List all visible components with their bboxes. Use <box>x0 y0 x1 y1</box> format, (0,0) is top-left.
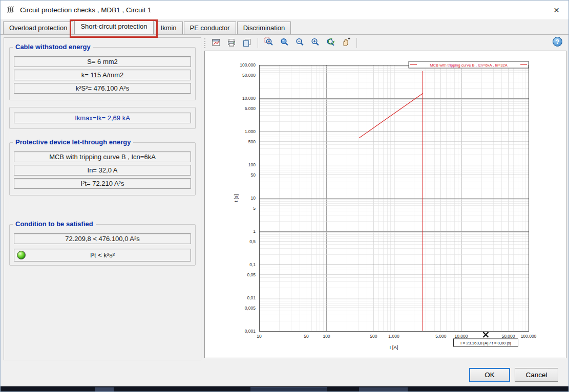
help-button[interactable]: ? <box>553 37 562 47</box>
svg-text:1.000: 1.000 <box>388 334 399 339</box>
tab-ikmin[interactable]: Ikmin <box>155 21 183 34</box>
tab-bar: Overload protection Short-circuit protec… <box>1 20 568 35</box>
svg-text:5.000: 5.000 <box>435 334 447 339</box>
cable-k2s2-field: k²S²= 476.100 A²s <box>14 83 191 94</box>
svg-text:100.000: 100.000 <box>521 334 537 339</box>
window-title: Circuit protection checks , MDB1 , Circu… <box>20 6 152 14</box>
device-in-field: In= 32,0 A <box>14 165 191 176</box>
ok-button[interactable]: OK <box>469 368 510 382</box>
condition-formula-field: I²t < k²s² <box>14 249 191 262</box>
zoom-reset-button[interactable] <box>324 37 336 49</box>
svg-text:I = 23.163,8 [A] / t = 0,00 [s: I = 23.163,8 [A] / t = 0,00 [s] <box>460 341 511 345</box>
status-led-green <box>17 251 26 259</box>
copy-chart-button[interactable] <box>210 37 222 49</box>
svg-text:0,01: 0,01 <box>247 295 256 300</box>
svg-text:0,1: 0,1 <box>249 262 256 267</box>
title-bar: Circuit protection checks , MDB1 , Circu… <box>1 1 568 20</box>
svg-text:0,005: 0,005 <box>245 306 256 311</box>
pan-icon <box>341 37 351 49</box>
results-panel: Cable withstood energy S= 6 mm2 k= 115 A… <box>4 37 201 360</box>
svg-text:10.000: 10.000 <box>242 96 256 101</box>
device-group-title: Protective device let-through energy <box>13 138 133 146</box>
chart-area[interactable]: 10501005001.0005.00010.00050.000100.0001… <box>204 51 566 358</box>
svg-text:50.000: 50.000 <box>501 334 515 339</box>
zoom-in-icon <box>310 37 320 49</box>
print-icon <box>227 38 236 49</box>
svg-text:50: 50 <box>304 334 309 339</box>
cable-group-title: Cable withstood energy <box>13 43 93 51</box>
tab-pe-conductor[interactable]: PE conductor <box>184 21 236 34</box>
toolbar-separator <box>258 38 258 48</box>
svg-text:5.000: 5.000 <box>245 106 256 111</box>
zoom-in-button[interactable] <box>309 37 321 49</box>
layers-button[interactable] <box>241 37 253 49</box>
zoom-button[interactable] <box>278 37 290 49</box>
device-i2t-field: I²t= 72.210 A²s <box>14 178 191 189</box>
pan-button[interactable] <box>340 37 352 49</box>
tab-discrimination[interactable]: Discrimination <box>237 21 291 34</box>
zoom-window-icon <box>264 37 274 49</box>
ikmax-field: Ikmax=Ik= 2,69 kA <box>14 113 191 123</box>
zoom-icon <box>280 37 289 49</box>
svg-text:100.000: 100.000 <box>240 62 256 68</box>
svg-text:10.000: 10.000 <box>455 334 468 339</box>
chart-toolbar <box>204 36 359 50</box>
svg-text:I [A]: I [A] <box>390 344 398 350</box>
layers-icon <box>242 38 251 49</box>
svg-text:0,5: 0,5 <box>249 239 256 244</box>
toolbar-grip <box>204 38 206 48</box>
zoom-reset-icon <box>326 37 335 49</box>
svg-text:5: 5 <box>253 206 256 211</box>
copy-chart-icon <box>212 38 221 49</box>
tab-overload-protection[interactable]: Overload protection <box>3 21 73 34</box>
svg-text:500: 500 <box>370 334 377 339</box>
help-icon: ? <box>556 38 560 46</box>
condition-group-title: Condition to be satisfied <box>13 220 96 228</box>
print-button[interactable] <box>225 37 238 49</box>
svg-text:500: 500 <box>248 139 256 144</box>
close-button[interactable]: × <box>550 4 563 16</box>
zoom-out-button[interactable] <box>293 37 306 49</box>
svg-text:0,001: 0,001 <box>245 329 256 334</box>
svg-text:100: 100 <box>323 334 330 339</box>
svg-text:10: 10 <box>251 195 256 201</box>
svg-text:100: 100 <box>248 162 256 167</box>
svg-text:10: 10 <box>257 334 262 339</box>
tab-short-circuit-protection[interactable]: Short-circuit protection <box>74 20 153 34</box>
condition-comparison-field: 72.209,8 < 476.100,0 A²s <box>14 233 191 244</box>
zoom-out-icon <box>295 37 305 49</box>
device-type-field: MCB with tripping curve B , Icn=6kA <box>14 151 191 162</box>
toolbar-separator <box>356 38 357 48</box>
svg-text:50.000: 50.000 <box>242 73 256 78</box>
svg-text:1.000: 1.000 <box>245 129 256 134</box>
condition-group: Condition to be satisfied 72.209,8 < 476… <box>9 224 196 266</box>
svg-text:1: 1 <box>253 229 256 234</box>
taskbar-sliver <box>1 386 568 392</box>
condition-result-row: I²t < k²s² <box>13 249 192 262</box>
app-icon <box>6 5 15 16</box>
svg-text:t [s]: t [s] <box>233 194 239 202</box>
cable-section-field: S= 6 mm2 <box>14 56 191 67</box>
svg-text:0,05: 0,05 <box>247 272 256 277</box>
cable-k-field: k= 115 A/mm2 <box>14 70 191 80</box>
zoom-window-button[interactable] <box>263 37 275 49</box>
device-let-through-group: Protective device let-through energy MCB… <box>9 142 196 195</box>
cable-withstood-energy-group: Cable withstood energy S= 6 mm2 k= 115 A… <box>9 47 196 100</box>
energy-curves-chart[interactable]: 10501005001.0005.00010.00050.000100.0001… <box>205 51 566 358</box>
ikmax-group: Ikmax=Ik= 2,69 kA <box>9 107 196 129</box>
svg-text:MCB with tripping curve B , Ic: MCB with tripping curve B , Icn=6kA , In… <box>430 63 508 68</box>
cancel-button[interactable]: Cancel <box>515 368 558 382</box>
svg-text:50: 50 <box>251 172 256 178</box>
